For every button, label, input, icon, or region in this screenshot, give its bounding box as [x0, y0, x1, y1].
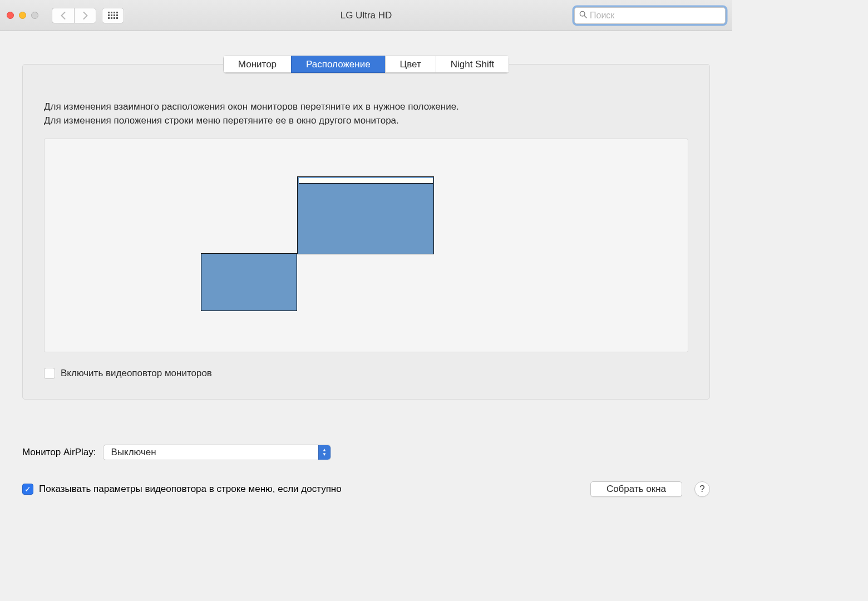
nav-buttons — [52, 8, 96, 23]
arrangement-panel: Для изменения взаимного расположения око… — [22, 64, 710, 400]
fullscreen-window-button — [31, 12, 38, 19]
back-button[interactable] — [52, 8, 74, 23]
svg-line-1 — [584, 16, 586, 18]
search-icon — [579, 11, 587, 20]
arrangement-area[interactable] — [44, 139, 688, 352]
tab-strip: Монитор Расположение Цвет Night Shift — [223, 56, 509, 73]
bottom-row: ✓ Показывать параметры видеоповтора в ст… — [22, 481, 710, 497]
instruction-line-1: Для изменения взаимного расположения око… — [44, 100, 688, 114]
tab-monitor[interactable]: Монитор — [223, 56, 291, 73]
menubar-indicator[interactable] — [299, 178, 433, 184]
content: Монитор Расположение Цвет Night Shift Дл… — [0, 31, 732, 507]
airplay-label: Монитор AirPlay: — [22, 447, 96, 458]
tab-arrangement[interactable]: Расположение — [291, 56, 385, 73]
chevron-right-icon — [83, 12, 88, 19]
airplay-select[interactable]: Выключен ▲▼ — [103, 445, 331, 460]
help-button[interactable]: ? — [694, 481, 710, 497]
gather-windows-button[interactable]: Собрать окна — [590, 481, 682, 497]
airplay-select-value: Выключен — [111, 447, 156, 458]
show-all-button[interactable] — [102, 8, 124, 23]
mirror-displays-checkbox[interactable] — [44, 368, 55, 379]
tab-night-shift[interactable]: Night Shift — [436, 56, 509, 73]
show-mirror-menubar-checkbox[interactable]: ✓ — [22, 484, 33, 495]
grid-icon — [108, 12, 118, 19]
mirror-displays-row[interactable]: Включить видеоповтор мониторов — [44, 368, 688, 379]
forward-button[interactable] — [74, 8, 96, 23]
show-mirror-menubar-label: Показывать параметры видеоповтора в стро… — [39, 484, 342, 495]
instructions: Для изменения взаимного расположения око… — [44, 100, 688, 127]
instruction-line-2: Для изменения положения строки меню пере… — [44, 114, 688, 128]
display-secondary[interactable] — [201, 253, 297, 311]
titlebar: LG Ultra HD — [0, 0, 732, 31]
close-window-button[interactable] — [7, 12, 14, 19]
traffic-lights — [7, 12, 38, 19]
select-arrows-icon: ▲▼ — [318, 445, 331, 460]
mirror-displays-label: Включить видеоповтор мониторов — [61, 368, 212, 379]
search-field-wrap[interactable] — [574, 7, 726, 24]
tabbar: Монитор Расположение Цвет Night Shift — [22, 31, 710, 73]
search-input[interactable] — [590, 11, 721, 21]
tab-color[interactable]: Цвет — [385, 56, 436, 73]
window-title: LG Ultra HD — [341, 10, 392, 21]
chevron-left-icon — [61, 12, 66, 19]
minimize-window-button[interactable] — [19, 12, 26, 19]
footer: Монитор AirPlay: Выключен ▲▼ ✓ Показыват… — [22, 445, 710, 507]
display-primary[interactable] — [297, 176, 434, 254]
airplay-row: Монитор AirPlay: Выключен ▲▼ — [22, 445, 710, 460]
